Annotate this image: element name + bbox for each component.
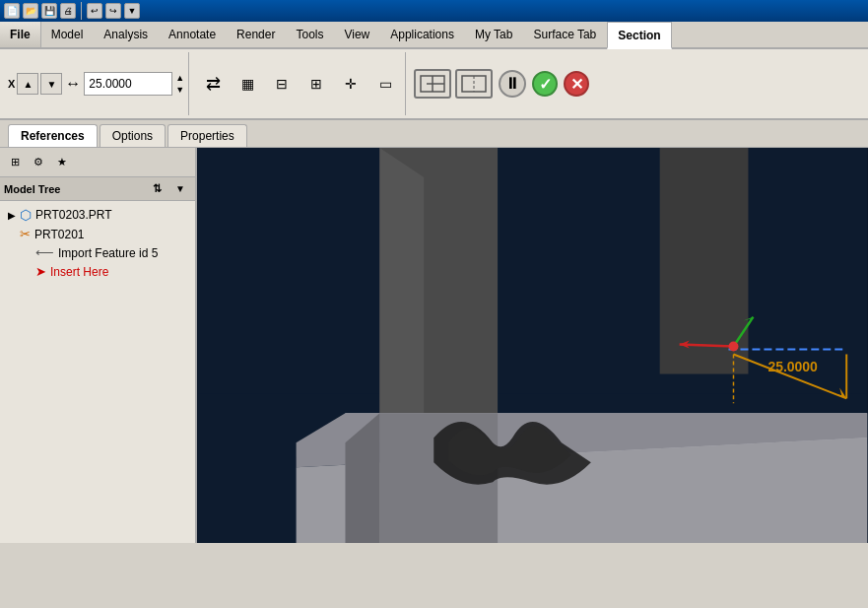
- x-down-btn[interactable]: ▼: [40, 73, 62, 95]
- tree-item-insert[interactable]: ➤ Insert Here: [4, 262, 191, 281]
- plane-btn[interactable]: ⊟: [266, 56, 298, 111]
- left-panel: ⊞ ⚙ ★ Model Tree ⇅ ▼ ▶ ⬡ PRT0203.PRT ✂ P…: [0, 148, 197, 543]
- ok-icon: ✓: [539, 75, 552, 94]
- prt0201-icon: ✂: [20, 227, 31, 241]
- move-btn[interactable]: ✛: [335, 56, 367, 111]
- value-input[interactable]: [84, 72, 172, 96]
- section-btn[interactable]: ▦: [232, 56, 263, 111]
- menu-model[interactable]: Model: [41, 22, 95, 47]
- menu-tools[interactable]: Tools: [286, 22, 334, 47]
- view-toggles: [414, 69, 493, 99]
- tree-item-prt0203[interactable]: ▶ ⬡ PRT0203.PRT: [4, 205, 191, 225]
- menu-view[interactable]: View: [334, 22, 380, 47]
- ribbon-group-tools: ⇄ ▦ ⊟ ⊞ ✛ ▭: [193, 52, 406, 115]
- separator: [81, 2, 82, 20]
- menu-applications[interactable]: Applications: [380, 22, 465, 47]
- menu-section[interactable]: Section: [607, 22, 671, 49]
- import-label: Import Feature id 5: [58, 246, 158, 260]
- move-icon: ✛: [345, 77, 357, 91]
- dim-icon: ▭: [379, 77, 392, 91]
- view-icon1: [419, 74, 446, 94]
- subtabs-panel: References Options Properties: [0, 120, 868, 148]
- prt0203-label: PRT0203.PRT: [35, 208, 112, 222]
- tree-layout-btn[interactable]: ⊞: [4, 152, 26, 173]
- toggle-view-btn1[interactable]: [414, 69, 451, 99]
- menu-render[interactable]: Render: [227, 22, 286, 47]
- quick-access-toolbar: 📄 📂 💾 🖨 ↩ ↪ ▼: [4, 2, 140, 20]
- scene-svg: 25.0000: [197, 148, 868, 543]
- down-btn[interactable]: ▼: [175, 85, 184, 95]
- title-bar: 📄 📂 💾 🖨 ↩ ↪ ▼: [0, 0, 868, 22]
- tree-item-import[interactable]: ⟵ Import Feature id 5: [4, 243, 191, 262]
- plane-icon: ⊟: [276, 77, 288, 91]
- prt0203-expand-icon: ▶: [8, 210, 16, 221]
- open-icon[interactable]: 📂: [23, 3, 38, 19]
- save-icon[interactable]: 💾: [41, 3, 57, 19]
- tree-settings-btn[interactable]: ⚙: [28, 152, 49, 173]
- dim-btn[interactable]: ▭: [369, 56, 401, 111]
- section-icon: ▦: [241, 77, 254, 91]
- print-icon[interactable]: 🖨: [60, 3, 76, 19]
- ribbon-group-coord: X ▲ ▼ ↔ ▲ ▼: [4, 52, 189, 115]
- up-btn[interactable]: ▲: [175, 73, 184, 83]
- svg-point-20: [729, 342, 739, 352]
- tree-header: Model Tree ⇅ ▼: [0, 177, 195, 201]
- insert-icon: ➤: [35, 264, 46, 279]
- tab-options[interactable]: Options: [100, 124, 166, 147]
- width-icon: ↔: [65, 75, 81, 93]
- tree-item-prt0201[interactable]: ✂ PRT0201: [4, 225, 191, 243]
- cancel-icon: ✕: [570, 75, 583, 94]
- viewport[interactable]: 25.0000: [197, 148, 868, 543]
- tree-sort-btn[interactable]: ⇅: [146, 178, 167, 200]
- svg-text:25.0000: 25.0000: [768, 359, 818, 374]
- flip-btn[interactable]: ⇄: [197, 56, 229, 111]
- ribbon-panel: X ▲ ▼ ↔ ▲ ▼ ⇄ ▦ ⊟ ⊞: [0, 49, 868, 120]
- main-content: ⊞ ⚙ ★ Model Tree ⇅ ▼ ▶ ⬡ PRT0203.PRT ✂ P…: [0, 148, 868, 543]
- panel-toolbar: ⊞ ⚙ ★: [0, 148, 195, 177]
- tab-properties[interactable]: Properties: [167, 124, 247, 147]
- flip-icon: ⇄: [206, 75, 221, 93]
- view-icon2: [460, 74, 488, 94]
- tree-label: Model Tree: [4, 183, 60, 195]
- redo-icon[interactable]: ↪: [105, 3, 121, 19]
- offset-btn[interactable]: ⊞: [300, 56, 332, 111]
- more-icon[interactable]: ▼: [124, 3, 140, 19]
- prt0203-file-icon: ⬡: [20, 207, 32, 223]
- undo-icon[interactable]: ↩: [87, 3, 102, 19]
- svg-marker-6: [198, 148, 867, 393]
- menu-analysis[interactable]: Analysis: [94, 22, 159, 47]
- menu-bar: File Model Analysis Annotate Render Tool…: [0, 22, 868, 49]
- svg-marker-9: [660, 148, 749, 373]
- x-label: X: [8, 78, 15, 90]
- x-up-btn[interactable]: ▲: [17, 73, 38, 95]
- toggle-view-btn2[interactable]: [455, 69, 493, 99]
- menu-surfacetab[interactable]: Surface Tab: [523, 22, 607, 47]
- import-icon: ⟵: [35, 245, 54, 260]
- menu-file[interactable]: File: [0, 22, 41, 47]
- pause-icon: ⏸: [504, 75, 520, 93]
- tab-references[interactable]: References: [8, 124, 98, 147]
- offset-icon: ⊞: [310, 77, 322, 91]
- tree-content: ▶ ⬡ PRT0203.PRT ✂ PRT0201 ⟵ Import Featu…: [0, 201, 195, 543]
- cancel-button[interactable]: ✕: [564, 71, 589, 97]
- coord-xy: X ▲ ▼ ↔ ▲ ▼: [8, 72, 184, 96]
- ok-button[interactable]: ✓: [532, 71, 558, 97]
- tree-filter-btn[interactable]: ★: [51, 152, 73, 173]
- prt0201-label: PRT0201: [34, 228, 84, 241]
- new-icon[interactable]: 📄: [4, 3, 20, 19]
- menu-mytab[interactable]: My Tab: [465, 22, 523, 47]
- insert-label: Insert Here: [50, 265, 108, 279]
- pause-button[interactable]: ⏸: [499, 70, 526, 98]
- menu-annotate[interactable]: Annotate: [159, 22, 227, 47]
- tree-menu-btn[interactable]: ▼: [169, 178, 191, 200]
- ribbon-group-actions: ⏸ ✓ ✕: [410, 52, 593, 115]
